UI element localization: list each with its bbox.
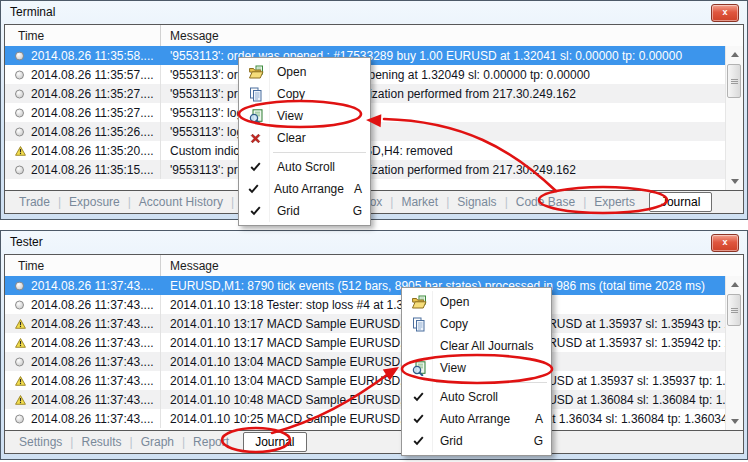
menu-item-copy[interactable]: Copy bbox=[403, 313, 550, 335]
menu-item-label: Auto Arrange bbox=[434, 412, 523, 426]
warning-icon bbox=[15, 376, 26, 386]
info-icon bbox=[15, 51, 24, 60]
scrollbar-thumb[interactable] bbox=[727, 294, 741, 326]
menu-item-label: Open bbox=[271, 65, 369, 79]
log-row[interactable]: 2014.08.26 11:37:43....2014.01.10 13:18 … bbox=[5, 295, 726, 314]
check-icon bbox=[240, 206, 271, 216]
tester-list-header: Time Message bbox=[5, 255, 743, 277]
tab-code-base[interactable]: Code Base bbox=[510, 195, 581, 209]
tab-report[interactable]: Report bbox=[187, 435, 235, 449]
menu-item-auto-arrange[interactable]: Auto ArrangeA bbox=[403, 408, 550, 430]
info-icon bbox=[15, 281, 24, 290]
menu-item-auto-arrange[interactable]: Auto ArrangeA bbox=[240, 178, 369, 200]
menu-item-copy[interactable]: Copy bbox=[240, 83, 369, 105]
tab-separator: | bbox=[68, 435, 75, 449]
tester-scrollbar[interactable] bbox=[725, 276, 743, 430]
tab-experts[interactable]: Experts bbox=[588, 195, 641, 209]
check-icon bbox=[240, 184, 268, 194]
tab-separator: | bbox=[444, 195, 451, 209]
column-header-message[interactable]: Message bbox=[161, 29, 219, 43]
tester-rows: 2014.08.26 11:37:43....EURUSD,M1: 8790 t… bbox=[5, 276, 726, 430]
tab-signals[interactable]: Signals bbox=[451, 195, 502, 209]
tab-journal[interactable]: Journal bbox=[243, 432, 306, 452]
log-time: 2014.08.26 11:37:43.... bbox=[31, 374, 154, 388]
log-time: 2014.08.26 11:37:43.... bbox=[31, 393, 154, 407]
log-time-cell: 2014.08.26 11:37:43.... bbox=[5, 333, 161, 352]
menu-item-label: Copy bbox=[434, 317, 550, 331]
menu-item-open[interactable]: Open bbox=[403, 291, 550, 313]
menu-item-grid[interactable]: GridG bbox=[403, 430, 550, 452]
view-icon bbox=[403, 361, 434, 376]
terminal-scrollbar[interactable] bbox=[725, 46, 743, 190]
menu-item-auto-scroll[interactable]: Auto Scroll bbox=[403, 386, 550, 408]
scrollbar-thumb[interactable] bbox=[727, 64, 741, 98]
log-time: 2014.08.26 11:37:43.... bbox=[31, 412, 154, 426]
log-time-cell: 2014.08.26 11:37:43.... bbox=[5, 352, 161, 371]
menu-item-view[interactable]: View bbox=[240, 105, 369, 127]
log-row[interactable]: 2014.08.26 11:37:43....2014.01.10 13:04 … bbox=[5, 371, 726, 390]
copy-icon bbox=[403, 317, 434, 332]
tab-account-history[interactable]: Account History bbox=[133, 195, 229, 209]
menu-item-clear[interactable]: Clear bbox=[240, 127, 369, 149]
menu-shortcut: G bbox=[342, 204, 369, 218]
menu-item-auto-scroll[interactable]: Auto Scroll bbox=[240, 156, 369, 178]
menu-shortcut: A bbox=[523, 412, 550, 426]
scroll-down-icon[interactable] bbox=[726, 414, 743, 429]
log-row[interactable]: 2014.08.26 11:37:43....2014.01.10 13:04 … bbox=[5, 352, 726, 371]
tab-market[interactable]: Market bbox=[395, 195, 444, 209]
scroll-up-icon[interactable] bbox=[726, 47, 743, 62]
menu-item-label: Copy bbox=[271, 87, 369, 101]
log-time-cell: 2014.08.26 11:37:43.... bbox=[5, 409, 161, 428]
log-time-cell: 2014.08.26 11:37:43.... bbox=[5, 295, 161, 314]
scroll-down-icon[interactable] bbox=[726, 174, 743, 189]
menu-item-grid[interactable]: GridG bbox=[240, 200, 369, 222]
menu-item-label: Auto Scroll bbox=[271, 160, 369, 174]
log-time: 2014.08.26 11:37:43.... bbox=[31, 336, 154, 350]
tab-trade[interactable]: Trade bbox=[13, 195, 56, 209]
terminal-list-header: Time Message bbox=[5, 25, 743, 47]
warning-icon bbox=[15, 395, 26, 405]
menu-item-view[interactable]: View bbox=[403, 357, 550, 379]
log-row[interactable]: 2014.08.26 11:37:43....2014.01.10 13:17 … bbox=[5, 314, 726, 333]
tab-graph[interactable]: Graph bbox=[135, 435, 180, 449]
tab-separator: | bbox=[388, 195, 395, 209]
tab-results[interactable]: Results bbox=[75, 435, 127, 449]
menu-item-open[interactable]: Open bbox=[240, 61, 369, 83]
log-row[interactable]: 2014.08.26 11:37:43....2014.01.10 10:48 … bbox=[5, 390, 726, 409]
menu-item-label: Grid bbox=[271, 204, 342, 218]
tab-exposure[interactable]: Exposure bbox=[63, 195, 126, 209]
log-row[interactable]: 2014.08.26 11:37:43....2014.01.10 13:17 … bbox=[5, 333, 726, 352]
warning-icon bbox=[15, 146, 26, 156]
warning-icon bbox=[15, 338, 26, 348]
scroll-up-icon[interactable] bbox=[726, 277, 743, 292]
tab-separator: | bbox=[128, 435, 135, 449]
menu-item-clear-all-journals[interactable]: Clear All Journals bbox=[403, 335, 550, 357]
log-row[interactable]: 2014.08.26 11:37:43....2014.01.10 10:25 … bbox=[5, 409, 726, 428]
column-header-message[interactable]: Message bbox=[161, 259, 219, 273]
tab-separator: | bbox=[180, 435, 187, 449]
close-icon[interactable]: x bbox=[711, 234, 739, 252]
tab-separator: | bbox=[229, 195, 236, 209]
log-time: 2014.08.26 11:37:43.... bbox=[31, 355, 154, 369]
info-icon bbox=[15, 108, 24, 117]
menu-separator bbox=[436, 382, 547, 383]
info-icon bbox=[15, 70, 24, 79]
terminal-tabbar: Trade|Exposure|Account History|News|Aler… bbox=[5, 191, 743, 213]
menu-shortcut: A bbox=[344, 182, 369, 196]
tab-settings[interactable]: Settings bbox=[13, 435, 68, 449]
log-time: 2014.08.26 11:35:20.... bbox=[31, 144, 154, 158]
log-time: 2014.08.26 11:37:43.... bbox=[31, 279, 154, 293]
tab-journal[interactable]: Journal bbox=[649, 192, 712, 212]
log-time: 2014.08.26 11:35:26.... bbox=[31, 125, 154, 139]
column-header-time[interactable]: Time bbox=[5, 25, 161, 46]
column-header-time[interactable]: Time bbox=[5, 255, 161, 276]
info-icon bbox=[15, 89, 24, 98]
close-icon[interactable]: x bbox=[711, 4, 739, 22]
tester-titlebar: Tester x bbox=[1, 231, 747, 253]
menu-item-label: View bbox=[434, 361, 550, 375]
terminal-context-menu: OpenCopyViewClearAuto ScrollAuto Arrange… bbox=[238, 57, 371, 226]
log-row[interactable]: 2014.08.26 11:37:43....EURUSD,M1: 8790 t… bbox=[5, 276, 726, 295]
info-icon bbox=[15, 300, 24, 309]
tester-context-menu: OpenCopyClear All JournalsViewAuto Scrol… bbox=[401, 287, 552, 456]
open-icon bbox=[240, 65, 271, 80]
